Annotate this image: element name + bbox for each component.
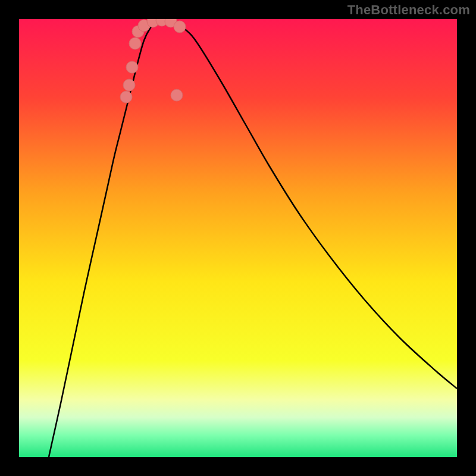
marker-group xyxy=(120,19,186,103)
watermark-text: TheBottleneck.com xyxy=(347,2,470,18)
curve-layer xyxy=(19,19,457,457)
data-marker xyxy=(129,37,141,49)
plot-area xyxy=(19,19,457,457)
data-marker xyxy=(126,61,138,73)
bottleneck-curve xyxy=(49,21,457,457)
chart-frame: TheBottleneck.com xyxy=(0,0,476,476)
data-marker xyxy=(120,91,132,103)
data-marker xyxy=(174,21,186,33)
data-marker xyxy=(171,89,183,101)
data-marker xyxy=(123,79,135,91)
